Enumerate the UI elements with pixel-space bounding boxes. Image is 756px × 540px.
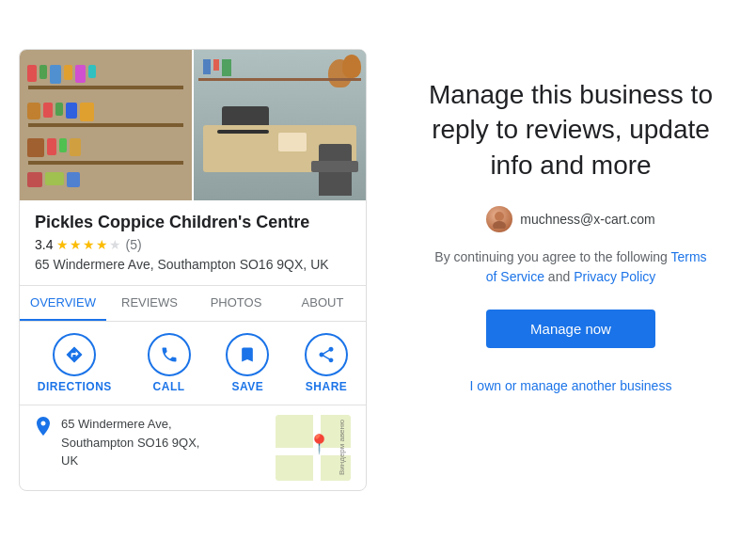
share-icon [305,333,348,376]
shelf1 [28,86,183,89]
directions-icon [53,333,96,376]
w-item2 [213,59,219,71]
photo-left [20,50,192,200]
photo-right [194,50,366,200]
manage-title: Manage this business to reply to reviews… [423,77,718,183]
star-2: ★ [70,237,82,252]
book10 [47,138,56,155]
tab-reviews[interactable]: REVIEWS [106,286,193,321]
main-container: Pickles Coppice Children's Centre 3.4 ★ … [19,49,737,492]
w-item1 [203,59,211,74]
directions-button[interactable]: DIRECTIONS [38,333,112,393]
star-4: ★ [96,237,108,252]
box2 [27,172,42,187]
chair-seat [311,161,358,172]
paper [278,133,307,151]
action-buttons: DIRECTIONS CALL SAVE [20,322,366,405]
shelf-items-4 [27,172,80,187]
user-avatar [486,206,512,232]
book3 [50,65,61,84]
share-button[interactable]: SHARE [305,333,348,393]
own-business-link[interactable]: I own or manage another business [470,378,672,393]
tab-overview[interactable]: OVERVIEW [20,286,106,321]
manage-now-button[interactable]: Manage now [486,310,655,348]
privacy-policy-link[interactable]: Privacy Policy [574,269,655,284]
star-1: ★ [56,237,69,252]
box3 [45,172,64,185]
save-button[interactable]: SAVE [226,333,269,393]
map-overlay-text: Виндерм авеню [338,420,346,475]
save-icon [226,333,269,376]
stars: ★ ★ ★ ★ ★ [56,237,121,252]
rating-number: 3.4 [35,237,53,252]
star-5: ★ [109,237,121,252]
tab-photos[interactable]: PHOTOS [193,286,279,321]
shelf-items-3 [27,138,81,157]
rating-row: 3.4 ★ ★ ★ ★ ★ (5) [35,237,351,252]
call-button[interactable]: CALL [148,333,191,393]
review-count: (5) [125,237,141,252]
svg-point-0 [495,212,504,221]
call-icon [148,333,191,376]
book9 [66,103,77,119]
laptop-screen [222,106,269,125]
call-label: CALL [153,380,185,393]
toy2 [80,103,94,121]
mini-map[interactable]: 📍 Виндерм авеню [276,415,351,481]
tab-about[interactable]: ABOUT [279,286,366,321]
shelf-items-2 [27,103,94,121]
directions-label: DIRECTIONS [38,380,112,393]
bear-ear [342,55,361,78]
book1 [27,65,37,82]
book5 [75,65,86,83]
shelf3 [28,161,183,165]
book2 [39,65,47,79]
location-pin-icon [35,417,52,481]
map-marker: 📍 [307,433,331,455]
wall-shelf [198,78,361,81]
photo-strip [20,50,366,200]
box4 [67,172,80,187]
book12 [70,138,81,156]
shelf-items-1 [27,65,96,84]
wall-items [203,59,231,76]
terms-text: By continuing you agree to the following… [430,247,712,287]
user-email: muchness@x-cart.com [520,212,654,227]
laptop-base [217,130,269,134]
box1 [27,138,44,157]
manage-panel: Manage this business to reply to reviews… [404,49,737,421]
shelf2 [28,123,183,127]
book4 [64,65,72,80]
svg-point-1 [493,221,506,229]
card-tabs: OVERVIEW REVIEWS PHOTOS ABOUT [20,285,366,322]
user-row: muchness@x-cart.com [486,206,654,232]
business-card: Pickles Coppice Children's Centre 3.4 ★ … [19,49,367,492]
map-address: 65 Windermere Ave, Southampton SO16 9QX,… [61,415,266,481]
business-name: Pickles Coppice Children's Centre [35,212,351,233]
share-label: SHARE [306,380,348,393]
save-label: SAVE [231,380,263,393]
book7 [43,103,53,118]
star-3: ★ [83,237,95,252]
card-info: Pickles Coppice Children's Centre 3.4 ★ … [20,200,366,286]
book11 [59,138,67,152]
desk-scene [194,50,366,200]
map-section: 65 Windermere Ave, Southampton SO16 9QX,… [20,405,366,490]
book6 [88,65,96,78]
address: 65 Windermere Ave, Southampton SO16 9QX,… [35,256,351,275]
toy1 [27,103,40,119]
book8 [55,103,63,116]
w-item3 [222,59,231,76]
